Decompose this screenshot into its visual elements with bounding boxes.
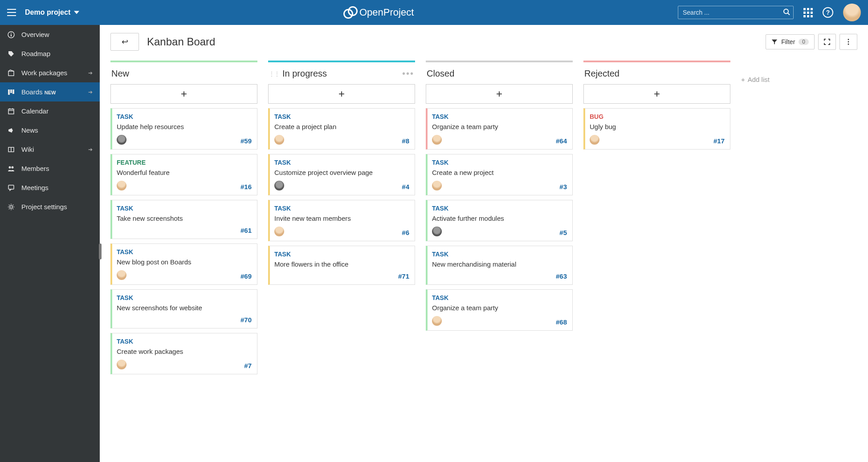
help-icon[interactable]: ?	[823, 7, 833, 18]
card[interactable]: TASKOrganize a team party#68	[426, 289, 573, 331]
card[interactable]: TASKNew blog post on Boards#69	[110, 243, 257, 285]
sidebar: OverviewRoadmapWork packages➔Boards NEW➔…	[0, 25, 100, 462]
assignee-avatar[interactable]	[432, 227, 442, 236]
search-icon[interactable]	[783, 8, 790, 17]
assignee-avatar[interactable]	[274, 227, 284, 236]
project-name: Demo project	[25, 8, 70, 16]
package-icon	[7, 69, 15, 77]
card-id[interactable]: #71	[398, 272, 409, 280]
add-card-button[interactable]: +	[583, 84, 730, 104]
card[interactable]: FEATUREWonderful feature#16	[110, 154, 257, 195]
back-button[interactable]: ↩	[110, 33, 139, 51]
assignee-avatar[interactable]	[432, 181, 442, 190]
card-footer: #7	[117, 360, 252, 369]
assignee-avatar[interactable]	[117, 360, 126, 369]
card-id[interactable]: #63	[556, 272, 567, 280]
card-id[interactable]: #5	[559, 229, 567, 236]
project-selector[interactable]: Demo project	[25, 8, 79, 16]
card[interactable]: TASKCreate a project plan#8	[268, 108, 415, 150]
apps-grid-icon[interactable]	[803, 8, 813, 17]
sidebar-item-project-settings[interactable]: Project settings	[0, 197, 100, 216]
column-title: Rejected	[584, 69, 729, 79]
sidebar-item-wiki[interactable]: Wiki➔	[0, 140, 100, 159]
column-rejected: Rejected+BUGUgly bug#17	[583, 61, 730, 150]
board-title: Kanban Board	[147, 36, 215, 48]
board-header: ↩ Kanban Board Filter 0	[100, 25, 868, 59]
card[interactable]: TASKTake new screenshots#61	[110, 200, 257, 239]
assignee-avatar[interactable]	[432, 135, 442, 145]
card-footer: #5	[432, 227, 567, 236]
card[interactable]: TASKNew screenshots for website#70	[110, 289, 257, 328]
assignee-avatar[interactable]	[590, 135, 599, 145]
card-id[interactable]: #70	[240, 316, 252, 324]
card-id[interactable]: #17	[713, 137, 725, 145]
card[interactable]: TASKInvite new team members#6	[268, 200, 415, 241]
card-type: TASK	[432, 113, 567, 120]
add-card-button[interactable]: +	[426, 84, 573, 104]
sidebar-item-members[interactable]: Members	[0, 159, 100, 178]
card-title: Ugly bug	[590, 123, 725, 130]
sidebar-item-calendar[interactable]: Calendar	[0, 101, 100, 121]
sidebar-item-work-packages[interactable]: Work packages➔	[0, 63, 100, 82]
user-avatar[interactable]	[843, 4, 861, 21]
card-id[interactable]: #59	[240, 137, 252, 145]
card-id[interactable]: #3	[559, 183, 567, 190]
assignee-avatar[interactable]	[274, 181, 284, 190]
card-footer: #70	[117, 316, 252, 324]
sidebar-item-overview[interactable]: Overview	[0, 25, 100, 44]
column-header[interactable]: New	[110, 62, 257, 84]
add-card-button[interactable]: +	[110, 84, 257, 104]
card-footer: #17	[590, 135, 725, 145]
drag-handle-icon[interactable]: ⋮⋮	[269, 71, 280, 77]
card[interactable]: TASKMore flowers in the office#71	[268, 246, 415, 285]
card-type: TASK	[432, 205, 567, 212]
card[interactable]: TASKCreate a new project#3	[426, 154, 573, 195]
card-id[interactable]: #6	[402, 229, 409, 236]
card-id[interactable]: #4	[402, 183, 409, 190]
card[interactable]: TASKNew merchandising material#63	[426, 246, 573, 285]
assignee-avatar[interactable]	[117, 135, 126, 145]
add-card-button[interactable]: +	[268, 84, 415, 104]
card[interactable]: BUGUgly bug#17	[583, 108, 730, 150]
filter-button[interactable]: Filter 0	[766, 34, 815, 49]
assignee-avatar[interactable]	[117, 270, 126, 280]
column-more-icon[interactable]: •••	[402, 69, 414, 79]
card-id[interactable]: #61	[240, 227, 252, 234]
card[interactable]: TASKCustomize project overview page#4	[268, 154, 415, 195]
card-id[interactable]: #7	[244, 362, 252, 369]
assignee-avatar[interactable]	[274, 135, 284, 145]
fullscreen-button[interactable]	[818, 34, 836, 50]
card-id[interactable]: #64	[556, 137, 567, 145]
card-list: TASKUpdate help resources#59FEATUREWonde…	[110, 108, 257, 374]
card-footer: #8	[274, 135, 409, 145]
column-header[interactable]: Rejected	[583, 62, 730, 84]
app-logo[interactable]: OpenProject	[343, 6, 414, 19]
hamburger-icon[interactable]	[7, 9, 16, 16]
sidebar-item-boards[interactable]: Boards NEW➔	[0, 82, 100, 101]
card-id[interactable]: #8	[402, 137, 409, 145]
assignee-avatar[interactable]	[432, 316, 442, 326]
megaphone-icon	[7, 127, 15, 134]
board-area: ↩ Kanban Board Filter 0 New+TASKUpdate h…	[100, 25, 868, 462]
sidebar-item-label: Calendar	[21, 107, 93, 115]
sidebar-item-roadmap[interactable]: Roadmap	[0, 44, 100, 63]
more-options-button[interactable]	[839, 34, 857, 50]
card[interactable]: TASKActivate further modules#5	[426, 200, 573, 241]
card-id[interactable]: #16	[240, 183, 252, 190]
sidebar-item-meetings[interactable]: Meetings	[0, 178, 100, 197]
search-input[interactable]	[678, 6, 794, 19]
card[interactable]: TASKOrganize a team party#64	[426, 108, 573, 150]
column-header[interactable]: Closed	[426, 62, 573, 84]
assignee-avatar[interactable]	[117, 181, 126, 190]
sidebar-item-label: Project settings	[21, 203, 93, 211]
card-id[interactable]: #68	[556, 318, 567, 326]
sidebar-resize-handle[interactable]	[99, 243, 102, 259]
column-header[interactable]: ⋮⋮In progress•••	[268, 62, 415, 84]
card[interactable]: TASKCreate work packages#7	[110, 333, 257, 374]
add-list-button[interactable]: + Add list	[741, 70, 770, 88]
card-id[interactable]: #69	[240, 272, 252, 280]
column-title: In progress	[282, 69, 399, 79]
card-footer: #16	[117, 181, 252, 190]
card[interactable]: TASKUpdate help resources#59	[110, 108, 257, 150]
sidebar-item-news[interactable]: News	[0, 121, 100, 140]
